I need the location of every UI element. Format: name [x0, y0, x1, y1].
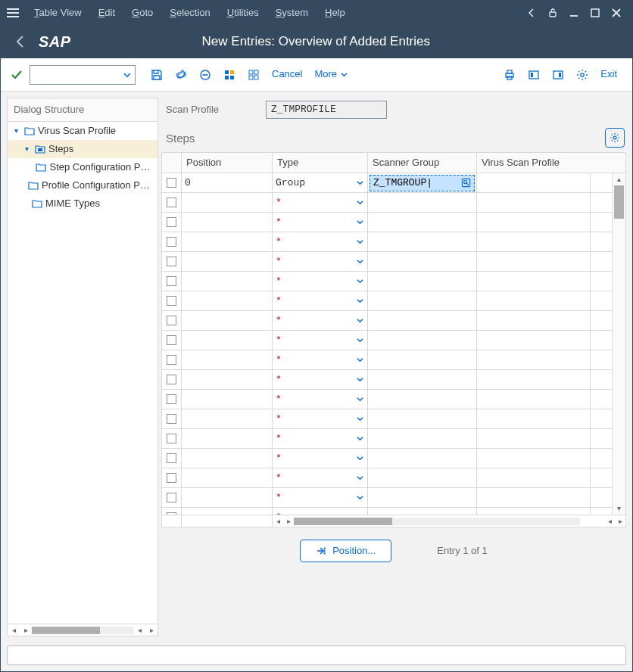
position-cell[interactable]: [182, 193, 273, 212]
scanner-group-input[interactable]: Z_TMGROUP|: [370, 175, 475, 191]
row-select-checkbox[interactable]: [167, 473, 176, 483]
col-scanner-group[interactable]: Scanner Group: [368, 153, 477, 173]
row-select-checkbox[interactable]: [167, 178, 176, 188]
table-hscroll[interactable]: ◂▸ ◂▸: [162, 515, 625, 527]
scanner-group-cell[interactable]: Z_TMGROUP|: [368, 173, 477, 192]
col-position[interactable]: Position: [182, 153, 273, 173]
scanner-group-cell[interactable]: [368, 350, 477, 369]
search-help-icon[interactable]: [461, 178, 471, 188]
table-row[interactable]: *: [162, 350, 612, 370]
minimize-icon[interactable]: [567, 6, 581, 20]
scanner-group-cell[interactable]: [368, 468, 477, 487]
scanner-group-cell[interactable]: [368, 252, 477, 271]
virus-scan-profile-cell[interactable]: [477, 232, 591, 251]
virus-scan-profile-cell[interactable]: [477, 390, 591, 409]
position-cell[interactable]: [182, 370, 273, 389]
type-cell[interactable]: Group: [273, 173, 368, 192]
position-cell[interactable]: [182, 468, 273, 487]
table-row[interactable]: *: [162, 409, 612, 429]
position-cell[interactable]: 0: [182, 173, 273, 192]
scanner-group-cell[interactable]: [368, 193, 477, 212]
scanner-group-cell[interactable]: [368, 232, 477, 251]
select-all-icon[interactable]: [219, 64, 240, 86]
type-cell[interactable]: *: [273, 311, 368, 330]
ok-button[interactable]: [10, 68, 23, 82]
status-message-field[interactable]: [7, 646, 626, 665]
type-cell[interactable]: *: [273, 193, 368, 212]
virus-scan-profile-cell[interactable]: [477, 311, 591, 330]
scanner-group-cell[interactable]: [368, 488, 477, 507]
position-cell[interactable]: [182, 449, 273, 468]
position-cell[interactable]: [182, 390, 273, 409]
menu-system[interactable]: System: [268, 3, 316, 23]
type-cell[interactable]: *: [273, 291, 368, 310]
scanner-group-cell[interactable]: [368, 390, 477, 409]
table-row[interactable]: *: [162, 429, 612, 449]
scanner-group-cell[interactable]: [368, 449, 477, 468]
table-row[interactable]: *: [162, 449, 612, 468]
table-row[interactable]: 0GroupZ_TMGROUP|: [162, 173, 612, 193]
tree-node-steps[interactable]: ▾ Steps: [8, 140, 157, 158]
position-cell[interactable]: [182, 291, 273, 310]
virus-scan-profile-cell[interactable]: [477, 370, 591, 389]
position-cell[interactable]: [182, 331, 273, 350]
position-cell[interactable]: [182, 213, 273, 232]
cancel-button[interactable]: Cancel: [266, 64, 308, 86]
scanner-group-cell[interactable]: [368, 429, 477, 448]
type-cell[interactable]: *: [273, 252, 368, 271]
find-icon[interactable]: [523, 64, 544, 86]
table-row[interactable]: *: [162, 193, 612, 213]
type-cell[interactable]: *: [273, 331, 368, 350]
scanner-group-cell[interactable]: [368, 409, 477, 428]
toggle-display-change-icon[interactable]: [170, 64, 192, 86]
type-cell[interactable]: *: [273, 370, 368, 389]
row-select-checkbox[interactable]: [167, 355, 176, 365]
command-field[interactable]: [30, 65, 136, 85]
type-cell[interactable]: *: [273, 213, 368, 232]
position-cell[interactable]: [182, 311, 273, 330]
position-cell[interactable]: [182, 488, 273, 507]
row-select-checkbox[interactable]: [167, 335, 176, 345]
table-settings-button[interactable]: [605, 128, 625, 148]
table-row[interactable]: *: [162, 252, 612, 272]
position-cell[interactable]: [182, 409, 273, 428]
row-select-checkbox[interactable]: [167, 414, 176, 424]
scanner-group-cell[interactable]: [368, 370, 477, 389]
row-select-checkbox[interactable]: [167, 434, 176, 443]
back-button[interactable]: [10, 31, 31, 52]
chevron-left-icon[interactable]: [525, 6, 538, 20]
delete-icon[interactable]: [195, 64, 216, 86]
type-cell[interactable]: *: [273, 409, 368, 428]
row-select-checkbox[interactable]: [167, 453, 176, 463]
type-cell[interactable]: *: [273, 429, 368, 448]
position-cell[interactable]: [182, 272, 273, 291]
app-menu-icon[interactable]: [7, 8, 19, 17]
exit-button[interactable]: Exit: [594, 64, 623, 86]
row-select-checkbox[interactable]: [167, 316, 176, 325]
row-select-checkbox[interactable]: [167, 217, 176, 227]
table-row[interactable]: *: [162, 508, 612, 515]
row-select-checkbox[interactable]: [167, 237, 176, 247]
virus-scan-profile-cell[interactable]: [477, 350, 591, 369]
tree-node-virus-scan-profile[interactable]: ▾ Virus Scan Profile: [8, 122, 157, 140]
tree-node-mime-types[interactable]: MIME Types: [8, 194, 157, 213]
table-row[interactable]: *: [162, 232, 612, 252]
virus-scan-profile-cell[interactable]: [477, 272, 591, 291]
save-icon[interactable]: [146, 64, 167, 86]
row-select-checkbox[interactable]: [167, 257, 176, 266]
col-virus-scan-profile[interactable]: Virus Scan Profile: [477, 153, 591, 173]
lock-open-icon[interactable]: [546, 6, 560, 20]
table-row[interactable]: *: [162, 468, 612, 488]
row-select-checkbox[interactable]: [167, 276, 176, 286]
row-select-checkbox[interactable]: [167, 296, 176, 306]
row-select-checkbox[interactable]: [167, 375, 176, 384]
maximize-icon[interactable]: [588, 6, 602, 20]
scanner-group-cell[interactable]: [368, 331, 477, 350]
position-button[interactable]: Position...: [300, 540, 391, 562]
virus-scan-profile-cell[interactable]: [477, 331, 591, 350]
type-cell[interactable]: *: [273, 449, 368, 468]
virus-scan-profile-cell[interactable]: [477, 213, 591, 232]
position-cell[interactable]: [182, 350, 273, 369]
type-cell[interactable]: *: [273, 350, 368, 369]
row-select-checkbox[interactable]: [167, 394, 176, 404]
